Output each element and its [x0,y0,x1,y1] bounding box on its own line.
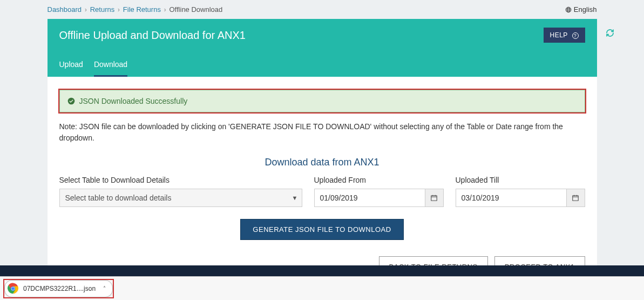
generate-json-button[interactable]: GENERATE JSON FILE TO DOWNLOAD [240,219,403,240]
downloaded-file-name: 07DCMPS3222R1....json [23,285,96,292]
crumb-file-returns[interactable]: File Returns [123,5,161,14]
breadcrumb: Dashboard › Returns › File Returns › Off… [48,5,223,14]
tabs: Upload Download [59,55,585,77]
check-circle-icon [67,97,75,105]
refresh-icon[interactable] [606,29,614,37]
note-text: Note: JSON file can be downloaded by cli… [59,121,585,144]
alert-message: JSON Downloaded Successfully [79,97,188,105]
chevron-right-icon: › [118,5,120,14]
language-label: English [574,5,597,14]
svg-rect-4 [573,196,579,201]
crumb-returns[interactable]: Returns [90,5,115,14]
section-title: Download data from ANX1 [59,157,585,168]
chrome-icon [7,283,19,295]
chevron-right-icon: › [164,5,166,14]
help-button[interactable]: HELP ? [544,28,585,43]
uploaded-till-input[interactable] [456,189,567,207]
uploaded-till-label: Uploaded Till [456,176,585,184]
help-label: HELP [550,31,568,39]
language-switcher[interactable]: English [565,5,597,14]
crumb-current: Offline Download [170,5,223,14]
chevron-up-icon[interactable]: ˄ [103,285,106,291]
table-select-label: Select Table to Download Details [59,176,302,184]
browser-download-tray: 07DCMPS3222R1....json ˄ [0,276,644,300]
tab-download[interactable]: Download [94,55,127,77]
header-panel: Offline Upload and Download for ANX1 HEL… [48,19,597,77]
calendar-icon[interactable] [425,189,444,207]
content-panel: JSON Downloaded Successfully Note: JSON … [48,77,597,294]
calendar-icon[interactable] [567,189,585,207]
footer-bar [0,265,644,276]
svg-point-9 [11,287,15,290]
chevron-right-icon: › [85,5,87,14]
question-circle-icon: ? [572,32,579,39]
downloaded-file-chip[interactable]: 07DCMPS3222R1....json ˄ [4,280,113,297]
globe-icon [565,6,572,13]
tab-upload[interactable]: Upload [59,55,83,77]
success-alert: JSON Downloaded Successfully [59,90,585,112]
svg-rect-3 [431,196,437,201]
svg-point-2 [67,98,74,105]
uploaded-from-label: Uploaded From [314,176,444,184]
crumb-dashboard[interactable]: Dashboard [48,5,82,14]
uploaded-from-input[interactable] [314,189,425,207]
table-select[interactable]: Select table to download details [59,189,302,207]
page-title: Offline Upload and Download for ANX1 [59,29,246,42]
